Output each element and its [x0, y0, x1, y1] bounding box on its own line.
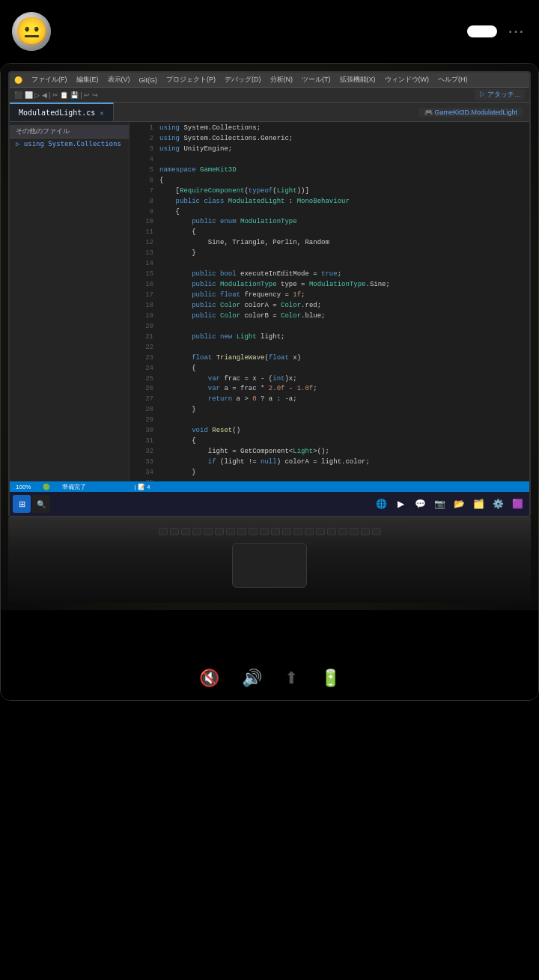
code-line: 22: [130, 343, 529, 353]
code-line: 12 Sine, Triangle, Perlin, Random: [130, 238, 529, 249]
code-line: 27 return a > 0 ? a : -a;: [130, 395, 529, 405]
taskbar-youtube-icon[interactable]: ▶: [392, 495, 409, 513]
header-right: ⋯: [467, 19, 527, 44]
code-line: 28 }: [130, 405, 529, 416]
code-line: 19 public Color colorB = Color.blue;: [130, 311, 529, 322]
touchpad: [232, 543, 307, 588]
vs-toolbar-row: ⬛ ⬜ ▷ ◀ | ✂ 📋 💾 | ↩ ↪ ▷ アタッチ...: [10, 88, 529, 103]
laptop-chassis: [8, 517, 531, 603]
arrow-up-icon[interactable]: ⬆: [284, 669, 298, 688]
taskbar-settings-icon[interactable]: ⚙️: [489, 495, 507, 513]
taskbar-discord-icon[interactable]: 💬: [411, 495, 429, 513]
code-editor-window: 🟡 ファイル(F) 編集(E) 表示(V) Git(G) プロジェクト(P) デ…: [8, 71, 531, 517]
code-line: 16 public ModulationType type = Modulati…: [130, 280, 529, 290]
taskbar-start-icon[interactable]: ⊞: [13, 495, 31, 513]
media-image: 🟡 ファイル(F) 編集(E) 表示(V) Git(G) プロジェクト(P) デ…: [0, 63, 539, 701]
sidebar-item: ▷ using System.Collections: [10, 139, 129, 149]
code-line: 14: [130, 259, 529, 270]
taskbar-folder-icon[interactable]: 📂: [450, 495, 468, 513]
vs-status-bar: 100% 🟢 準備完了 | 📝 4: [10, 481, 529, 492]
code-line: 33 if (light != null) colorA = light.col…: [130, 457, 529, 468]
code-line: 34 }: [130, 468, 529, 478]
taskbar-explorer-icon[interactable]: 🗂️: [469, 495, 487, 513]
code-line: 11 {: [130, 228, 529, 238]
code-line: 32 light = GetComponent<Light>();: [130, 447, 529, 457]
code-line: 1using System.Collections;: [130, 124, 529, 134]
tweet-header: ⋯: [12, 12, 527, 51]
taskbar-chrome-icon[interactable]: 🌐: [372, 495, 390, 513]
tweet-header-left: [12, 12, 60, 51]
more-options-button[interactable]: ⋯: [505, 19, 527, 44]
follow-button[interactable]: [467, 25, 497, 37]
code-line: 2using System.Collections.Generic;: [130, 134, 529, 144]
battery-icon[interactable]: 🔋: [320, 669, 341, 688]
vs-taskbar: ⊞ 🔍 🌐 ▶ 💬 📷: [10, 492, 529, 516]
tweet-container: ⋯: [0, 0, 539, 51]
taskbar-instagram-icon[interactable]: 📷: [430, 495, 448, 513]
vs-main-area: その他のファイル ▷ using System.Collections 1usi…: [10, 122, 529, 481]
vs-code-area[interactable]: 1using System.Collections; 2using System…: [130, 122, 529, 481]
code-line: 3using UnityEngine;: [130, 144, 529, 155]
bottom-icons-row: 🔇 🔊 ⬆ 🔋: [199, 669, 341, 688]
code-line: 18 public Color colorA = Color.red;: [130, 301, 529, 311]
volume-mute-icon[interactable]: 🔇: [199, 669, 219, 688]
code-line: 26 var a = frac * 2.0f - 1.0f;: [130, 384, 529, 395]
vs-tab-row: ModulatedLight.cs ✕ 🎮 GameKit3D.Modulate…: [10, 103, 529, 122]
code-line: 7 [RequireComponent(typeof(Light))]: [130, 186, 529, 197]
status-text: 準備完了 | 📝 4: [62, 483, 150, 491]
vs-tab-active[interactable]: ModulatedLight.cs ✕: [10, 103, 114, 121]
code-line: 29: [130, 416, 529, 426]
zoom-level: 100%: [16, 484, 31, 490]
volume-up-icon[interactable]: 🔊: [242, 669, 262, 688]
code-line: 4: [130, 155, 529, 165]
vs-menu-bar: 🟡 ファイル(F) 編集(E) 表示(V) Git(G) プロジェクト(P) デ…: [10, 73, 529, 88]
code-line: 20: [130, 322, 529, 332]
sidebar-header: その他のファイル: [10, 125, 129, 139]
code-line: 9 {: [130, 207, 529, 218]
code-line: 24 {: [130, 364, 529, 374]
taskbar-extra-icon[interactable]: 🟪: [508, 495, 526, 513]
dark-bottom-area: 🔇 🔊 ⬆ 🔋: [1, 610, 538, 700]
code-line: 25 var frac = x - (int)x;: [130, 374, 529, 385]
code-line: 10 public enum ModulationType: [130, 217, 529, 228]
code-line: 30 void Reset(): [130, 426, 529, 436]
code-line: 31 {: [130, 436, 529, 447]
code-line: 17 public float frequency = 1f;: [130, 290, 529, 301]
code-line: 23 float TriangleWave(float x): [130, 353, 529, 364]
taskbar-search-icon[interactable]: 🔍: [32, 495, 50, 513]
vs-sidebar: その他のファイル ▷ using System.Collections: [10, 122, 130, 481]
keyboard-area: [38, 528, 501, 535]
avatar[interactable]: [12, 12, 51, 51]
laptop-photo: 🟡 ファイル(F) 編集(E) 表示(V) Git(G) プロジェクト(P) デ…: [1, 64, 538, 700]
code-line: 5namespace GameKit3D: [130, 165, 529, 176]
solution-explorer-tab: 🎮 GameKit3D.ModulatedLight: [418, 108, 523, 117]
status-icon: 🟢: [43, 484, 50, 490]
code-line: 15 public bool executeInEditMode = true;: [130, 270, 529, 280]
code-line: 6{: [130, 176, 529, 186]
code-line: 21 public new Light light;: [130, 332, 529, 343]
code-line: 13 }: [130, 249, 529, 259]
code-line: 35: [130, 478, 529, 481]
code-line: 8 public class ModulatedLight : MonoBeha…: [130, 197, 529, 207]
